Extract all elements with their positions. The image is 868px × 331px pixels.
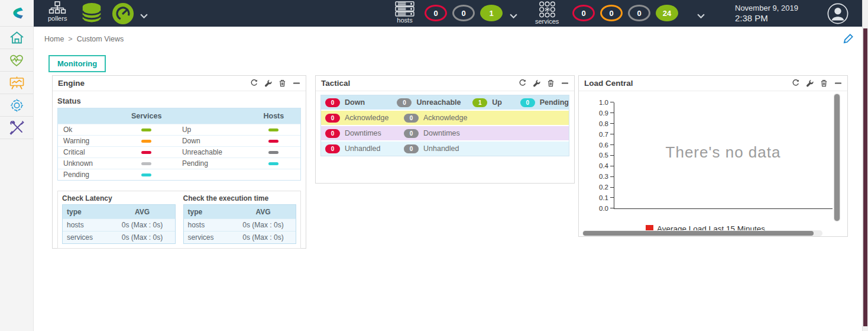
services-status-badge[interactable]: 24 xyxy=(656,5,678,21)
chart-vertical-scrollbar[interactable] xyxy=(834,94,840,221)
tactical-counter[interactable]: 0Downtimes xyxy=(325,129,404,138)
y-axis-tick-label: 0.0 xyxy=(599,205,608,212)
datetime: November 9, 2019 2:38 PM xyxy=(735,4,798,23)
service-state-indicator xyxy=(141,151,151,154)
y-axis-tick: 0.2 xyxy=(585,182,614,192)
count-pill: 0 xyxy=(404,129,419,138)
pollers-menu[interactable]: pollers xyxy=(48,1,67,22)
services-status-badge[interactable]: 0 xyxy=(628,5,650,21)
tactical-label: Downtimes xyxy=(423,129,460,137)
tab-monitoring[interactable]: Monitoring xyxy=(48,55,106,72)
refresh-icon[interactable] xyxy=(250,79,258,87)
services-status-badge[interactable]: 0 xyxy=(600,5,623,21)
tactical-counter[interactable]: 0Unreachable xyxy=(397,98,472,107)
sidebar-item-administration[interactable] xyxy=(0,117,33,139)
count-pill: 0 xyxy=(325,98,340,107)
engine-status-row: CriticalUnreachable xyxy=(58,146,300,158)
status-heading: Status xyxy=(57,97,301,105)
sidebar-item-monitoring[interactable] xyxy=(0,49,33,72)
y-axis-tick: 0.5 xyxy=(585,150,614,160)
tactical-row: 0Down0Unreachable1Up0Pending xyxy=(321,95,569,110)
latency-row: services0s (Max : 0s) xyxy=(184,231,296,243)
tactical-row: 0Unhandled0Unhandled xyxy=(321,142,569,156)
y-axis-tick: 0.8 xyxy=(585,118,614,129)
top-navigation-bar: pollers xyxy=(34,0,862,27)
engine-status-row: OkUp xyxy=(58,124,300,135)
load-central-widget-header: Load Central xyxy=(579,76,847,91)
latency-tables: Check LatencytypeAVGhosts0s (Max : 0s)se… xyxy=(57,191,301,249)
hosts-status-badge[interactable]: 0 xyxy=(425,5,447,21)
minimize-icon[interactable] xyxy=(834,79,842,87)
count-pill: 0 xyxy=(325,114,340,123)
wrench-icon[interactable] xyxy=(806,79,814,87)
service-state-indicator xyxy=(141,162,151,165)
breadcrumb-item[interactable]: Custom Views xyxy=(77,35,124,43)
tactical-widget: Tactical 0Down0Unreachable1Up0Pending0Ac… xyxy=(315,75,575,184)
minimize-icon[interactable] xyxy=(293,79,300,87)
trash-icon[interactable] xyxy=(820,79,828,87)
refresh-icon[interactable] xyxy=(792,79,799,87)
y-axis-tick: 1.0 xyxy=(585,97,614,108)
hosts-label: hosts xyxy=(397,17,412,24)
tactical-label: Unhandled xyxy=(423,144,459,153)
edit-view-button[interactable] xyxy=(843,33,854,46)
refresh-icon[interactable] xyxy=(519,79,526,87)
hosts-status-badge[interactable]: 0 xyxy=(452,5,475,21)
tactical-counter[interactable]: 0Acknowledge xyxy=(404,114,487,123)
pollers-chevron-down-icon[interactable] xyxy=(140,11,148,21)
column-header-type: type xyxy=(63,208,110,216)
services-status-badge[interactable]: 0 xyxy=(572,5,595,21)
tactical-counter[interactable]: 0Down xyxy=(325,98,397,107)
host-state-indicator xyxy=(268,162,278,165)
hosts-chevron-down-icon[interactable] xyxy=(510,11,517,21)
page-vertical-scrollbar[interactable] xyxy=(862,0,868,331)
presentation-chart-icon xyxy=(9,75,25,91)
wrench-icon[interactable] xyxy=(533,79,540,87)
sidebar-item-configuration[interactable] xyxy=(0,94,33,117)
trash-icon[interactable] xyxy=(278,79,286,87)
service-state-indicator xyxy=(141,128,151,131)
database-status-icon[interactable] xyxy=(80,2,103,27)
tactical-label: Down xyxy=(345,98,365,107)
hosts-menu[interactable]: hosts xyxy=(395,1,414,24)
y-axis-tick: 0.4 xyxy=(585,160,614,171)
trash-icon[interactable] xyxy=(547,79,555,87)
app-logo[interactable] xyxy=(0,0,34,27)
tactical-counter[interactable]: 0Unhandled xyxy=(404,144,487,153)
tactical-counter[interactable]: 0Unhandled xyxy=(325,144,404,153)
scrollbar-thumb[interactable] xyxy=(863,28,867,326)
minimize-icon[interactable] xyxy=(561,79,569,87)
latency-row: hosts0s (Max : 0s) xyxy=(63,218,175,231)
breadcrumb-item[interactable]: Home xyxy=(44,35,64,43)
tactical-counter[interactable]: 0Acknowledge xyxy=(325,114,404,123)
scrollbar-thumb[interactable] xyxy=(834,94,840,221)
sidebar-item-reporting[interactable] xyxy=(0,72,33,94)
services-chevron-down-icon[interactable] xyxy=(697,11,705,21)
latency-row: services0s (Max : 0s) xyxy=(63,231,175,243)
tactical-counter[interactable]: 0Pending xyxy=(520,98,569,107)
chart-horizontal-scrollbar[interactable] xyxy=(582,230,822,236)
hosts-icon xyxy=(395,1,414,17)
widget-title: Tactical xyxy=(321,79,519,88)
tactical-counter[interactable]: 1Up xyxy=(472,98,520,107)
hosts-status-badge[interactable]: 1 xyxy=(480,5,503,21)
home-icon xyxy=(9,30,25,46)
engine-widget: Engine Status Services Hosts xyxy=(52,75,306,249)
pencil-icon xyxy=(843,33,854,44)
services-menu[interactable]: services xyxy=(535,1,559,25)
tactical-label: Acknowledge xyxy=(423,114,467,122)
tactical-label: Acknowledge xyxy=(345,114,388,122)
gauge-status-icon[interactable] xyxy=(112,2,134,27)
wrench-icon[interactable] xyxy=(264,79,272,87)
tactical-table: 0Down0Unreachable1Up0Pending0Acknowledge… xyxy=(320,95,569,156)
chart-yticks: 1.00.90.80.70.60.50.40.30.20.10.0 xyxy=(585,97,614,214)
sidebar-item-home[interactable] xyxy=(0,27,33,49)
scrollbar-thumb[interactable] xyxy=(583,231,814,236)
services-label: services xyxy=(535,18,559,25)
service-state-indicator xyxy=(141,173,151,176)
pollers-icon xyxy=(48,1,66,15)
tactical-counter[interactable]: 0Downtimes xyxy=(404,129,487,138)
hosts-badges: 001 xyxy=(425,5,503,21)
user-avatar[interactable] xyxy=(827,2,849,27)
centreon-logo-icon xyxy=(7,4,27,22)
